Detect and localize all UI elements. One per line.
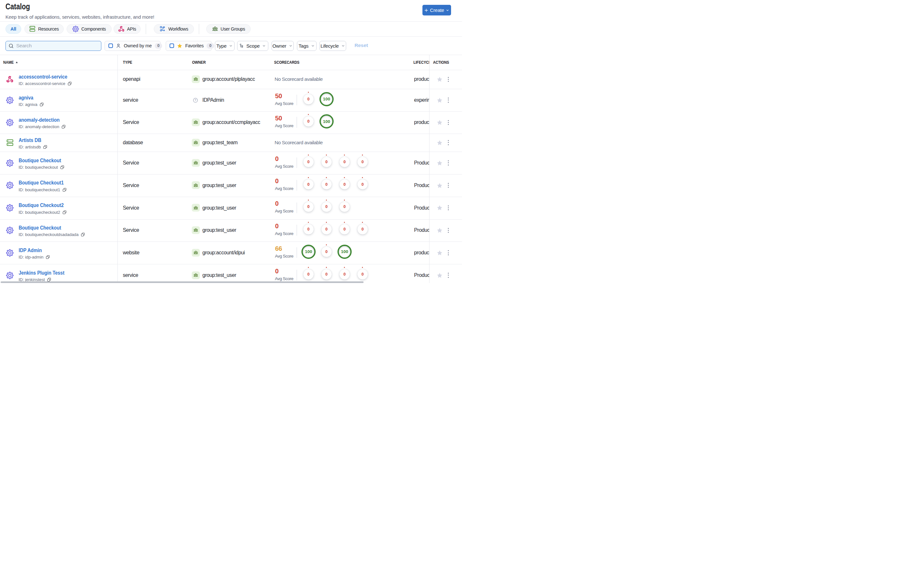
- svg-text:?: ?: [195, 99, 196, 102]
